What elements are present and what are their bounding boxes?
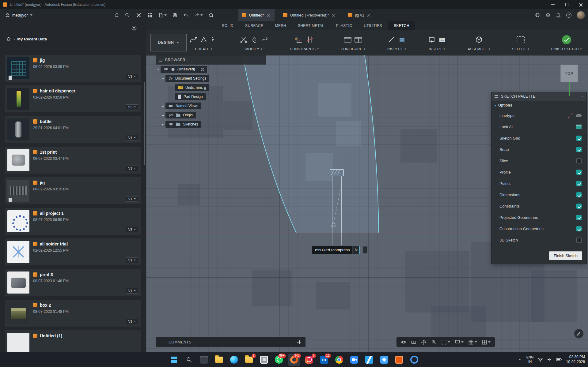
- collapse-panel-icon[interactable]: »: [581, 94, 583, 99]
- visibility-eye-icon[interactable]: [169, 122, 173, 126]
- constraints-checkbox[interactable]: [576, 204, 582, 209]
- taskbar-f3s-app-icon[interactable]: [393, 354, 405, 366]
- orbit-icon[interactable]: [401, 339, 406, 345]
- taskbar-search-icon[interactable]: [183, 354, 195, 366]
- new-document-icon[interactable]: [158, 13, 167, 18]
- group-create[interactable]: CREATE: [190, 35, 218, 51]
- finish-sketch-button[interactable]: Finish Sketch: [549, 251, 582, 260]
- tab-close-button[interactable]: [367, 13, 370, 17]
- doc-tab-jig-v1[interactable]: jig v1: [344, 9, 375, 21]
- gear-icon[interactable]: [131, 25, 137, 31]
- tab-utilities[interactable]: UTILITIES: [358, 21, 388, 30]
- analysis-panel-icon[interactable]: [398, 36, 406, 43]
- tab-sheet-metal[interactable]: SHEET METAL: [292, 21, 330, 30]
- notifications-bell-icon[interactable]: [556, 13, 561, 18]
- new-tab-button[interactable]: [382, 13, 386, 17]
- hidden-icons-chevron[interactable]: [518, 358, 522, 362]
- avatar[interactable]: [577, 11, 585, 19]
- list-item[interactable]: print 3 08-07-2023 01:48 PM V1: [5, 269, 141, 296]
- taskbar-instagram-icon[interactable]: 5: [303, 354, 315, 366]
- cancel-command-icon[interactable]: [135, 12, 142, 18]
- start-button[interactable]: [168, 354, 180, 366]
- browser-row-unsaved[interactable]: ▾ (Unsaved) ◎: [156, 65, 266, 74]
- doc-tab-recovered[interactable]: Untitled (~recovered)*: [279, 9, 340, 21]
- dimensions-checkbox[interactable]: [576, 192, 582, 197]
- taskbar-desktop-app-icon[interactable]: [198, 354, 210, 366]
- trim-scissors-icon[interactable]: [240, 36, 247, 43]
- sketch-grid-checkbox[interactable]: [576, 136, 582, 141]
- browser-row-named-views[interactable]: ▸ Named Views: [156, 101, 266, 110]
- version-badge[interactable]: V1: [126, 135, 138, 140]
- group-configure[interactable]: CONFIGURE: [341, 35, 366, 51]
- grid-settings-icon[interactable]: [468, 339, 477, 345]
- clock[interactable]: 02:30 PM 10-02-2026: [566, 355, 585, 364]
- tab-surface[interactable]: SURFACE: [239, 21, 269, 30]
- list-item[interactable]: jig 06-02-2026 03:09 PM V1: [5, 55, 141, 82]
- workspace-selector[interactable]: DESIGN: [150, 34, 187, 51]
- taskbar-3d-viewer-icon[interactable]: [258, 354, 270, 366]
- viewcube[interactable]: TOP: [560, 65, 578, 82]
- projected-geometries-checkbox[interactable]: [576, 215, 582, 220]
- tab-sketch[interactable]: SKETCH: [388, 21, 415, 30]
- list-item[interactable]: bottle 29-01-2026 04:01 PM V1: [5, 116, 141, 143]
- scrollbar[interactable]: [144, 82, 145, 165]
- version-badge[interactable]: V3: [126, 104, 138, 110]
- doc-tab-untitled[interactable]: Untitled*: [238, 9, 275, 21]
- list-item[interactable]: Untitled (1): [5, 330, 141, 352]
- slice-checkbox[interactable]: [576, 158, 582, 163]
- group-finish-sketch[interactable]: FINISH SKETCH: [551, 35, 582, 51]
- browser-header[interactable]: BROWSER: [156, 55, 266, 65]
- version-badge[interactable]: V1: [126, 166, 138, 171]
- save-icon[interactable]: [172, 13, 177, 18]
- taskbar-misc-app-icon[interactable]: [408, 354, 420, 366]
- configuration-grid-icon[interactable]: [355, 37, 362, 43]
- version-badge[interactable]: V1: [126, 74, 138, 79]
- account-menu[interactable]: medgyor: [3, 13, 34, 18]
- insert-canvas-image-icon[interactable]: [438, 36, 446, 43]
- browser-row-sketches[interactable]: ▸ Sketches: [156, 120, 266, 129]
- minimize-panel-icon[interactable]: [260, 60, 263, 60]
- look-at-icon[interactable]: [411, 339, 416, 345]
- fit-view-icon[interactable]: [441, 339, 450, 345]
- list-item[interactable]: 1st print 06-07-2023 03:47 PM V1: [5, 147, 141, 174]
- taskbar-file-explorer-icon[interactable]: [213, 354, 225, 366]
- add-comment-button[interactable]: [297, 340, 301, 344]
- finish-sketch-check-icon[interactable]: [562, 35, 571, 44]
- tab-solid[interactable]: SOLID: [216, 21, 239, 30]
- browser-row-origin[interactable]: ▸ Origin: [156, 110, 266, 120]
- status-icon[interactable]: [545, 13, 551, 18]
- group-constraints[interactable]: CONSTRAINTS: [290, 35, 319, 51]
- search-icon[interactable]: [125, 13, 130, 18]
- close-button[interactable]: [574, 0, 588, 9]
- fillet-tool-icon[interactable]: [261, 36, 268, 43]
- component-cube-icon[interactable]: [475, 36, 483, 44]
- visibility-eye-icon[interactable]: [164, 67, 169, 71]
- redo-icon[interactable]: [194, 12, 203, 18]
- construction-line-icon[interactable]: [567, 113, 573, 118]
- viewports-icon[interactable]: [482, 339, 491, 345]
- help-icon[interactable]: [566, 13, 571, 18]
- group-inspect[interactable]: INSPECT: [387, 35, 406, 51]
- collapse-caret-icon[interactable]: ▸: [161, 114, 165, 117]
- points-checkbox[interactable]: [576, 181, 582, 186]
- insert-derive-icon[interactable]: [428, 36, 435, 43]
- list-item[interactable]: ali project 1 08-07-2023 06:50 PM V3: [5, 208, 141, 235]
- tab-close-button[interactable]: [332, 13, 335, 17]
- dimension-options-grip[interactable]: ⋮: [363, 246, 367, 253]
- taskbar-whatsapp-icon[interactable]: 99+: [273, 354, 285, 366]
- group-modify[interactable]: MODIFY: [240, 35, 268, 51]
- list-item[interactable]: jig 06-02-2026 03:15 PM V1: [5, 177, 141, 204]
- expand-caret-icon[interactable]: ▾: [156, 68, 161, 71]
- tab-mesh[interactable]: MESH: [269, 21, 292, 30]
- taskbar-linkedin-icon[interactable]: in12: [318, 354, 330, 366]
- version-badge[interactable]: V3: [126, 227, 138, 232]
- taskbar-photos-icon[interactable]: [378, 354, 390, 366]
- spline-tool-icon[interactable]: [190, 36, 197, 43]
- zoom-icon[interactable]: [431, 339, 437, 345]
- maximize-button[interactable]: [560, 0, 574, 9]
- taskbar-edge-icon[interactable]: [228, 354, 240, 366]
- collapse-caret-icon[interactable]: ▸: [161, 104, 165, 108]
- volume-icon[interactable]: [547, 357, 552, 362]
- comments-bar[interactable]: COMMENTS: [156, 337, 305, 347]
- profile-checkbox[interactable]: [576, 170, 582, 175]
